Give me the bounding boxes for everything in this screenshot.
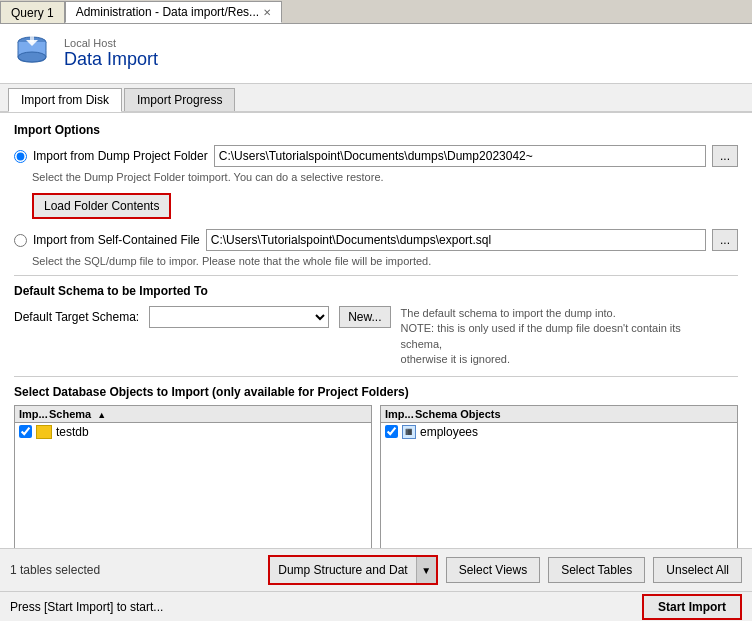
status-hint: Press [Start Import] to start... [10,600,163,614]
option2-hint: Select the SQL/dump file to impor. Pleas… [32,255,738,267]
tab-query1-label: Query 1 [11,6,54,20]
tab-admin[interactable]: Administration - Data import/Res... ✕ [65,1,282,23]
option2-path[interactable] [206,229,706,251]
dump-dropdown-arrow[interactable]: ▼ [416,557,436,583]
select-tables-button[interactable]: Select Tables [548,557,645,583]
folder-icon [36,425,52,439]
right-col-schema: Schema Objects [415,408,733,420]
start-import-button[interactable]: Start Import [642,594,742,620]
schema-hint: The default schema to import the dump in… [401,306,701,368]
left-row-testdb: testdb [15,423,371,441]
option1-row: Import from Dump Project Folder ... [14,145,738,167]
left-row-testdb-name: testdb [56,425,89,439]
table-icon: ▦ [402,425,416,439]
option1-path[interactable] [214,145,706,167]
option1-radio[interactable] [14,150,27,163]
tab-bar: Query 1 Administration - Data import/Res… [0,0,752,24]
left-col-imp: Imp... [19,408,49,420]
right-panel-header: Imp... Schema Objects [381,406,737,423]
status-bar: Press [Start Import] to start... Start I… [0,591,752,621]
dump-structure-button[interactable]: Dump Structure and Dat [270,557,415,583]
header-subtitle: Local Host [64,37,158,49]
option1-label: Import from Dump Project Folder [33,149,208,163]
select-views-button[interactable]: Select Views [446,557,540,583]
header-title: Data Import [64,49,158,70]
option1-browse[interactable]: ... [712,145,738,167]
option2-browse[interactable]: ... [712,229,738,251]
svg-point-1 [18,52,46,62]
sort-arrow-icon: ▲ [97,410,106,420]
left-row-testdb-checkbox[interactable] [19,425,32,438]
tables-container: Imp... Schema ▲ testdb Imp... Schema Obj… [14,405,738,565]
tab-admin-close[interactable]: ✕ [263,7,271,18]
right-row-employees-name: employees [420,425,478,439]
schema-section: Default Target Schema: New... The defaul… [14,306,738,368]
option2-radio[interactable] [14,234,27,247]
bottom-bar: 1 tables selected Dump Structure and Dat… [0,548,752,591]
left-panel: Imp... Schema ▲ testdb [14,405,372,565]
tab-query1[interactable]: Query 1 [0,1,65,23]
left-panel-header: Imp... Schema ▲ [15,406,371,423]
option1-hint: Select the Dump Project Folder toimport.… [32,171,738,183]
sub-tabs: Import from Disk Import Progress [0,84,752,113]
tables-selected-text: 1 tables selected [10,563,100,577]
load-folder-button[interactable]: Load Folder Contents [32,193,171,219]
default-schema-title: Default Schema to be Imported To [14,284,738,298]
left-col-schema: Schema ▲ [49,408,367,420]
unselect-all-button[interactable]: Unselect All [653,557,742,583]
option2-row: Import from Self-Contained File ... [14,229,738,251]
right-row-employees: ▦ employees [381,423,737,441]
tab-import-from-disk[interactable]: Import from Disk [8,88,122,112]
schema-new-button[interactable]: New... [339,306,390,328]
db-objects-title: Select Database Objects to Import (only … [14,385,738,399]
schema-label: Default Target Schema: [14,310,139,324]
option2-label: Import from Self-Contained File [33,233,200,247]
dump-dropdown: Dump Structure and Dat ▼ [268,555,437,585]
right-panel: Imp... Schema Objects ▦ employees [380,405,738,565]
tab-admin-label: Administration - Data import/Res... [76,5,259,19]
schema-select[interactable] [149,306,329,328]
import-options-title: Import Options [14,123,738,137]
header: Local Host Data Import [0,24,752,84]
main-content: Import Options Import from Dump Project … [0,113,752,592]
right-col-imp: Imp... [385,408,415,420]
header-text: Local Host Data Import [64,37,158,70]
right-row-employees-checkbox[interactable] [385,425,398,438]
header-icon [12,32,52,75]
tab-import-progress[interactable]: Import Progress [124,88,235,111]
